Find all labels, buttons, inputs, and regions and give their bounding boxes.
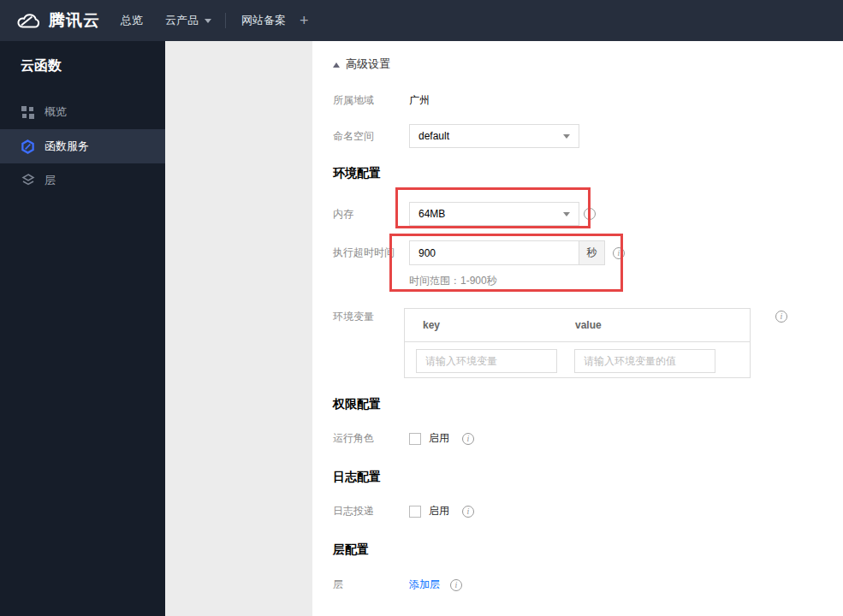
nav-icp-filing[interactable]: 网站备案 xyxy=(241,13,286,28)
run-role-checkbox[interactable] xyxy=(409,433,421,445)
timeout-label: 执行超时时间 xyxy=(333,246,409,260)
cloud-logo-icon xyxy=(15,11,41,30)
memory-select[interactable]: 64MB xyxy=(409,202,579,226)
run-role-info-icon[interactable] xyxy=(462,433,474,445)
advanced-settings-label: 高级设置 xyxy=(346,56,390,72)
section-perm-config: 权限配置 xyxy=(333,397,381,412)
chevron-down-icon xyxy=(205,19,211,27)
log-delivery-enable-label: 启用 xyxy=(429,504,449,518)
topbar: 腾讯云 总览 云产品 网站备案 + xyxy=(0,0,843,41)
chevron-down-icon xyxy=(563,212,570,220)
namespace-selected-value: default xyxy=(419,130,449,142)
advanced-settings-toggle[interactable]: 高级设置 xyxy=(333,56,390,72)
sidebar-item-label: 层 xyxy=(45,173,56,188)
sidebar-item-label: 概览 xyxy=(45,104,67,120)
sidebar-title: 云函数 xyxy=(0,41,165,75)
env-vars-row: 环境变量 xyxy=(333,310,409,324)
add-layer-info-icon[interactable] xyxy=(450,579,462,591)
sidebar-item-label: 函数服务 xyxy=(45,139,89,154)
sidebar-item-function-service[interactable]: 函数服务 xyxy=(0,129,165,163)
namespace-select[interactable]: default xyxy=(409,124,579,148)
env-vars-label: 环境变量 xyxy=(333,310,409,324)
run-role-row: 运行角色 启用 xyxy=(333,431,474,446)
app-window: 腾讯云 总览 云产品 网站备案 + 云函数 xyxy=(0,0,843,616)
section-layer-config: 层配置 xyxy=(333,542,369,558)
log-delivery-info-icon[interactable] xyxy=(462,506,474,518)
nav-cloud-products[interactable]: 云产品 xyxy=(165,13,211,28)
sidebar-menu: 概览 函数服务 层 xyxy=(0,95,165,198)
scf-icon xyxy=(21,139,35,154)
layer-label: 层 xyxy=(333,578,409,592)
sidebar-item-layers[interactable]: 层 xyxy=(0,163,165,198)
run-role-label: 运行角色 xyxy=(333,431,409,446)
region-value: 广州 xyxy=(409,93,430,108)
region-row: 所属地域 广州 xyxy=(333,88,430,112)
section-env-config: 环境配置 xyxy=(333,166,381,181)
run-role-enable-label: 启用 xyxy=(429,431,449,446)
collapse-arrow-icon xyxy=(333,59,340,68)
sidebar-item-overview[interactable]: 概览 xyxy=(0,95,165,129)
add-tab-button[interactable]: + xyxy=(300,12,309,30)
timeout-hint: 时间范围：1-900秒 xyxy=(409,274,497,288)
nav-overview[interactable]: 总览 xyxy=(121,13,143,28)
namespace-label: 命名空间 xyxy=(333,129,409,144)
memory-row: 内存 64MB xyxy=(333,202,579,226)
secondary-panel xyxy=(165,41,312,616)
log-delivery-label: 日志投递 xyxy=(333,504,409,518)
tencent-cloud-logo[interactable]: 腾讯云 xyxy=(15,0,100,41)
topbar-nav: 总览 云产品 网站备案 + xyxy=(121,0,309,41)
env-key-header: key xyxy=(423,319,575,331)
env-vars-info-icon[interactable] xyxy=(775,311,787,323)
region-label: 所属地域 xyxy=(333,93,409,108)
env-vars-input-row xyxy=(405,342,750,373)
env-key-input[interactable] xyxy=(416,349,557,373)
sidebar: 云函数 概览 xyxy=(0,41,165,616)
timeout-input[interactable] xyxy=(409,240,579,265)
timeout-row: 执行超时时间 秒 xyxy=(333,240,605,265)
memory-selected-value: 64MB xyxy=(419,208,445,220)
grid-icon xyxy=(21,105,35,120)
log-delivery-row: 日志投递 启用 xyxy=(333,504,474,518)
timeout-unit: 秒 xyxy=(579,240,605,265)
env-value-input[interactable] xyxy=(574,349,715,373)
logo-text: 腾讯云 xyxy=(49,9,100,32)
log-delivery-checkbox[interactable] xyxy=(409,506,421,518)
chevron-down-icon xyxy=(563,134,570,142)
env-vars-table: key value xyxy=(404,308,751,378)
memory-info-icon[interactable] xyxy=(584,208,596,220)
env-vars-header: key value xyxy=(405,309,750,342)
nav-divider xyxy=(225,13,226,28)
memory-label: 内存 xyxy=(333,207,409,222)
layers-icon xyxy=(21,174,35,188)
section-log-config: 日志配置 xyxy=(333,470,381,485)
add-layer-link[interactable]: 添加层 xyxy=(409,578,440,592)
main-content: 高级设置 所属地域 广州 命名空间 default 环境配置 内存 64MB xyxy=(312,41,843,616)
timeout-info-icon[interactable] xyxy=(613,247,625,259)
namespace-row: 命名空间 default xyxy=(333,124,579,148)
env-value-header: value xyxy=(575,319,602,331)
layer-row: 层 添加层 xyxy=(333,578,462,592)
